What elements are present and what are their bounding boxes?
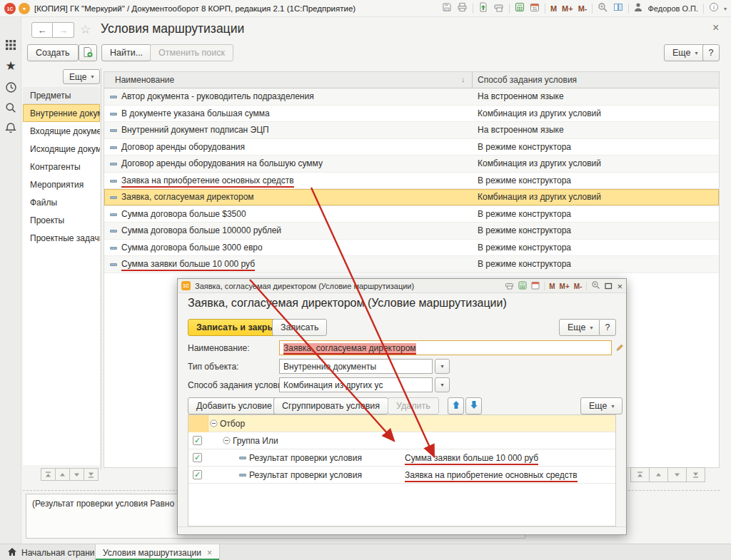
create-button[interactable]: Создать xyxy=(27,44,79,61)
memory-add-icon[interactable]: M+ xyxy=(562,4,573,13)
move-up-button[interactable] xyxy=(448,397,464,414)
tree-row[interactable]: ✓Результат проверки условияЗаявка на при… xyxy=(188,467,615,484)
find-button[interactable]: Найти... xyxy=(101,44,151,61)
sidebar-item[interactable]: Файлы xyxy=(23,193,100,211)
sidebar-more-button[interactable]: Еще▾ xyxy=(63,69,100,84)
column-header-name[interactable]: Наименование xyxy=(115,75,174,85)
zoom-icon[interactable] xyxy=(591,280,600,292)
name-field[interactable]: Заявка, согласуемая директором xyxy=(279,340,612,355)
tree-row-group[interactable]: ✓ Группа Или xyxy=(188,432,615,449)
close-tab-icon[interactable]: × xyxy=(207,548,212,558)
row-name: В документе указана большая сумма xyxy=(121,108,270,118)
calendar-icon[interactable]: 31 xyxy=(530,2,540,15)
sidebar-item[interactable]: Контрагенты xyxy=(23,158,100,175)
more-label: Еще xyxy=(672,48,690,58)
nav-back-button[interactable]: ← xyxy=(31,22,53,38)
go-next-icon[interactable] xyxy=(69,468,84,481)
tree-row[interactable]: ✓Результат проверки условияСумма заявки … xyxy=(188,449,615,467)
tab-routing-conditions[interactable]: Условия маршрутизации × xyxy=(95,544,220,560)
add-favorite-star-icon[interactable]: ☆ xyxy=(80,22,91,37)
print-preview-icon[interactable] xyxy=(505,280,514,292)
page-more-button[interactable]: Еще▾ xyxy=(664,44,706,61)
subjects-panel-header[interactable]: Предметы xyxy=(23,87,100,104)
go-next-icon[interactable] xyxy=(667,467,687,482)
add-condition-button[interactable]: Добавить условие xyxy=(188,397,281,414)
split-window-icon[interactable] xyxy=(613,2,623,15)
notifications-bell-icon[interactable] xyxy=(0,122,21,137)
collapse-minus-icon[interactable] xyxy=(223,437,231,447)
column-header-method[interactable]: Способ задания условия xyxy=(478,75,577,85)
table-row[interactable]: Сумма договора больше $3500В режиме конс… xyxy=(104,206,719,223)
close-icon[interactable]: × xyxy=(617,281,622,292)
copy-button[interactable] xyxy=(79,44,97,61)
sidebar-item[interactable]: Внутренние документы xyxy=(23,104,100,122)
save-icon[interactable] xyxy=(442,2,452,15)
print-icon[interactable] xyxy=(457,2,468,15)
panel-splitter[interactable] xyxy=(101,68,101,469)
cancel-search-button[interactable]: Отменить поиск xyxy=(150,44,233,61)
condition-method-select[interactable]: Комбинация из других ус xyxy=(279,377,433,392)
sidebar-item[interactable]: Мероприятия xyxy=(23,175,100,193)
object-type-dropdown-button[interactable]: ▾ xyxy=(435,359,450,374)
zoom-icon[interactable] xyxy=(598,2,608,16)
collapse-minus-icon[interactable] xyxy=(210,419,218,429)
chevron-down-icon[interactable]: ▾ xyxy=(724,6,727,12)
main-menu-button[interactable]: ▾ xyxy=(19,3,30,14)
memory-store-icon[interactable]: M xyxy=(550,4,557,13)
close-page-icon[interactable]: × xyxy=(712,21,719,34)
tree-row-root[interactable]: Отбор xyxy=(188,415,615,432)
go-first-icon[interactable] xyxy=(630,467,650,482)
sections-grid-icon[interactable] xyxy=(0,39,21,54)
move-down-button[interactable] xyxy=(465,397,482,414)
sidebar-item[interactable]: Проекты xyxy=(23,211,100,229)
sidebar-item[interactable]: Входящие документы xyxy=(23,122,100,140)
group-conditions-button[interactable]: Сгруппировать условия xyxy=(273,397,388,414)
help-button[interactable]: ? xyxy=(702,44,720,61)
table-row[interactable]: Внутренний документ подписан ЭЦПНа встро… xyxy=(104,122,719,139)
table-row[interactable]: Сумма договора больше 3000 евроВ режиме … xyxy=(104,240,719,257)
condition-method-dropdown-button[interactable]: ▾ xyxy=(435,377,450,392)
go-previous-icon[interactable] xyxy=(649,467,668,482)
current-user[interactable]: Федоров О.П. xyxy=(647,4,698,13)
memory-add-icon[interactable]: M+ xyxy=(560,282,570,290)
dialog-more-button[interactable]: Еще▾ xyxy=(559,319,601,336)
tree-more-button[interactable]: Еще▾ xyxy=(580,397,622,414)
dialog-help-button[interactable]: ? xyxy=(599,319,616,336)
calculator-icon[interactable] xyxy=(515,2,525,15)
checkbox[interactable]: ✓ xyxy=(193,453,202,462)
checkbox[interactable]: ✓ xyxy=(193,436,202,445)
memory-subtract-icon[interactable]: M- xyxy=(574,282,583,290)
maximize-icon[interactable] xyxy=(605,280,612,292)
table-row[interactable]: Договор аренды оборудования на большую с… xyxy=(104,156,719,173)
delete-button[interactable]: Удалить xyxy=(388,397,439,414)
table-row[interactable]: Сумма договора больше 100000 рублейВ реж… xyxy=(104,223,719,240)
nav-forward-button[interactable]: → xyxy=(53,22,74,38)
calculator-icon[interactable] xyxy=(518,280,527,292)
table-row[interactable]: Заявка на приобретение основных средствВ… xyxy=(104,173,719,190)
memory-store-icon[interactable]: M xyxy=(549,282,555,290)
table-row[interactable]: Автор документа - руководитель подраздел… xyxy=(104,88,719,106)
print-preview-icon[interactable] xyxy=(493,2,504,15)
go-last-icon[interactable] xyxy=(84,468,99,481)
group-conditions-label: Сгруппировать условия xyxy=(282,401,380,411)
go-first-icon[interactable] xyxy=(41,468,56,481)
memory-subtract-icon[interactable]: M- xyxy=(578,4,588,13)
object-type-select[interactable]: Внутренние документы xyxy=(279,359,433,374)
go-previous-icon[interactable] xyxy=(55,468,70,481)
table-row[interactable]: Сумма заявки больше 10 000 рубВ режиме к… xyxy=(104,256,719,273)
history-clock-icon[interactable] xyxy=(0,81,21,96)
send-document-icon[interactable] xyxy=(478,2,488,15)
favorites-star-icon[interactable]: ★ xyxy=(0,60,21,72)
info-icon[interactable]: i xyxy=(709,2,719,15)
home-icon xyxy=(7,547,17,559)
calendar-icon[interactable] xyxy=(531,280,540,292)
search-icon[interactable] xyxy=(0,102,21,116)
checkbox[interactable]: ✓ xyxy=(193,470,202,479)
table-row[interactable]: Заявка, согласуемая директоромКомбинация… xyxy=(104,189,719,206)
table-row[interactable]: В документе указана большая суммаКомбина… xyxy=(104,106,719,123)
save-button[interactable]: Записать xyxy=(272,319,327,336)
table-row[interactable]: Договор аренды оборудованияВ режиме конс… xyxy=(104,139,719,156)
sidebar-item[interactable]: Проектные задачи xyxy=(23,229,100,247)
go-last-icon[interactable] xyxy=(686,467,705,482)
sidebar-item[interactable]: Исходящие документы xyxy=(23,140,100,158)
